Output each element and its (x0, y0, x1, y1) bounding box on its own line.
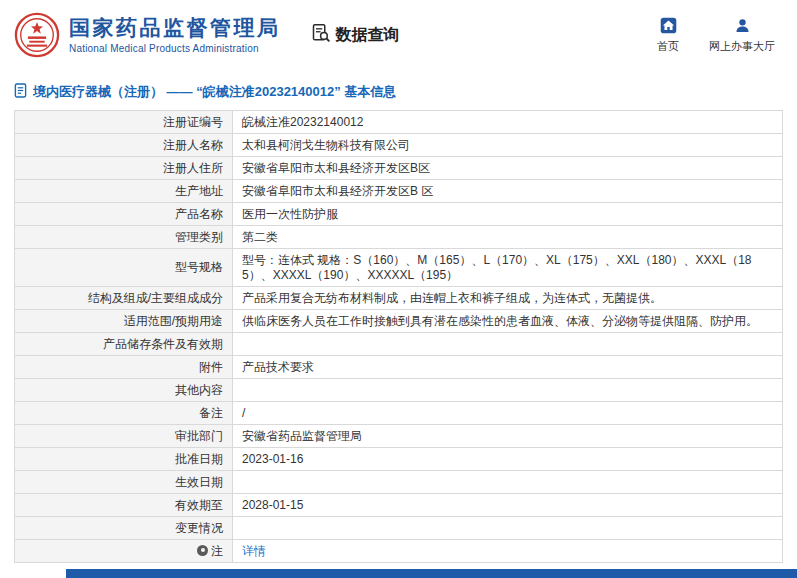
row-label: 产品名称 (15, 203, 233, 226)
table-row: 注册人名称太和县柯润戈生物科技有限公司 (15, 134, 783, 157)
table-row: 备注/ (15, 402, 783, 425)
table-row: 审批部门安徽省药品监督管理局 (15, 425, 783, 448)
row-label: 批准日期 (15, 448, 233, 471)
user-icon (734, 17, 751, 36)
brand-text: 国家药品监督管理局 National Medical Products Admi… (69, 16, 281, 53)
table-row: 生产地址安徽省阜阳市太和县经济开发区B 区 (15, 180, 783, 203)
row-value: 安徽省阜阳市太和县经济开发区B区 (233, 157, 783, 180)
data-query-icon (311, 23, 331, 47)
row-value: 产品采用复合无纺布材料制成，由连帽上衣和裤子组成，为连体式，无菌提供。 (233, 287, 783, 310)
row-label: 产品储存条件及有效期 (15, 333, 233, 356)
row-label: 注册人住所 (15, 157, 233, 180)
row-label: 审批部门 (15, 425, 233, 448)
row-label: 变更情况 (15, 517, 233, 540)
footer-bar (66, 569, 797, 578)
info-table-body: 注册证编号皖械注准20232140012注册人名称太和县柯润戈生物科技有限公司注… (15, 111, 783, 563)
table-row: 生效日期 (15, 471, 783, 494)
table-row: 产品储存条件及有效期 (15, 333, 783, 356)
page: 国家药品监督管理局 National Medical Products Admi… (0, 0, 797, 578)
row-label: 其他内容 (15, 379, 233, 402)
row-value: 太和县柯润戈生物科技有限公司 (233, 134, 783, 157)
row-label: 管理类别 (15, 226, 233, 249)
table-row: 结构及组成/主要组成成分产品采用复合无纺布材料制成，由连帽上衣和裤子组成，为连体… (15, 287, 783, 310)
nav-home-label: 首页 (657, 39, 679, 54)
org-name-cn: 国家药品监督管理局 (69, 16, 281, 40)
page-title-text: 境内医疗器械（注册） —— “皖械注准20232140012” 基本信息 (33, 83, 396, 101)
row-value (233, 333, 783, 356)
table-row: 变更情况 (15, 517, 783, 540)
detail-link[interactable]: 详情 (242, 544, 266, 558)
row-value: 第二类 (233, 226, 783, 249)
row-value: 医用一次性防护服 (233, 203, 783, 226)
table-row: 适用范围/预期用途供临床医务人员在工作时接触到具有潜在感染性的患者血液、体液、分… (15, 310, 783, 333)
document-icon (14, 83, 27, 101)
row-label: 备注 (15, 402, 233, 425)
page-title: 境内医疗器械（注册） —— “皖械注准20232140012” 基本信息 (0, 70, 797, 110)
row-value (233, 471, 783, 494)
national-emblem-icon (14, 12, 60, 58)
table-row: 批准日期2023-01-16 (15, 448, 783, 471)
row-value: 2028-01-15 (233, 494, 783, 517)
org-name-en: National Medical Products Administration (69, 43, 281, 54)
tab-data-query[interactable]: 数据查询 (311, 23, 400, 47)
top-header: 国家药品监督管理局 National Medical Products Admi… (0, 0, 797, 70)
table-row: 其他内容 (15, 379, 783, 402)
nav-item-home[interactable]: 首页 (657, 17, 679, 54)
note-icon (197, 545, 208, 556)
table-row: 附件产品技术要求 (15, 356, 783, 379)
table-row: 注册人住所安徽省阜阳市太和县经济开发区B区 (15, 157, 783, 180)
row-value: 产品技术要求 (233, 356, 783, 379)
row-label: 有效期至 (15, 494, 233, 517)
nmpa-logo-link[interactable]: 国家药品监督管理局 National Medical Products Admi… (14, 12, 281, 58)
row-value (233, 379, 783, 402)
row-label: 适用范围/预期用途 (15, 310, 233, 333)
row-label: 型号规格 (15, 249, 233, 287)
section-title-label: 数据查询 (336, 25, 400, 46)
row-value: 详情 (233, 540, 783, 563)
row-label: 附件 (15, 356, 233, 379)
row-value: 2023-01-16 (233, 448, 783, 471)
row-label: 注册证编号 (15, 111, 233, 134)
table-row: 有效期至2028-01-15 (15, 494, 783, 517)
row-value: 安徽省药品监督管理局 (233, 425, 783, 448)
row-label: 生产地址 (15, 180, 233, 203)
row-value: / (233, 402, 783, 425)
row-value (233, 517, 783, 540)
row-value: 安徽省阜阳市太和县经济开发区B 区 (233, 180, 783, 203)
registration-info-table: 注册证编号皖械注准20232140012注册人名称太和县柯润戈生物科技有限公司注… (14, 110, 783, 563)
home-icon (660, 17, 677, 36)
table-row: 注册证编号皖械注准20232140012 (15, 111, 783, 134)
row-label: 注 (15, 540, 233, 563)
table-row: 型号规格型号：连体式 规格：S（160）、M（165）、L（170）、XL（17… (15, 249, 783, 287)
row-value: 型号：连体式 规格：S（160）、M（165）、L（170）、XL（175）、X… (233, 249, 783, 287)
row-value: 皖械注准20232140012 (233, 111, 783, 134)
row-label: 注册人名称 (15, 134, 233, 157)
nav-item-service-hall[interactable]: 网上办事大厅 (709, 17, 775, 54)
row-label: 结构及组成/主要组成成分 (15, 287, 233, 310)
top-nav: 首页 网上办事大厅 (657, 17, 779, 54)
row-value: 供临床医务人员在工作时接触到具有潜在感染性的患者血液、体液、分泌物等提供阻隔、防… (233, 310, 783, 333)
table-row: 注详情 (15, 540, 783, 563)
table-row: 管理类别第二类 (15, 226, 783, 249)
table-row: 产品名称医用一次性防护服 (15, 203, 783, 226)
row-label: 生效日期 (15, 471, 233, 494)
nav-hall-label: 网上办事大厅 (709, 39, 775, 54)
